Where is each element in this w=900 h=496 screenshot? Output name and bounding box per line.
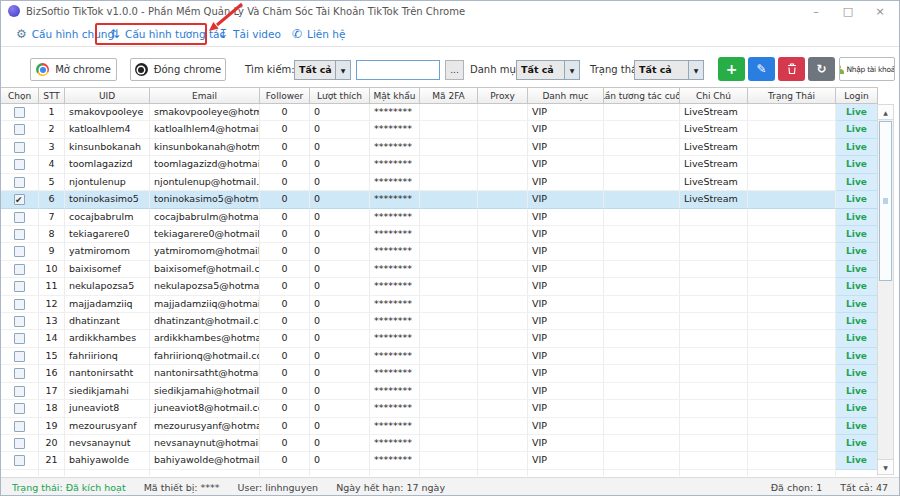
table-row[interactable]: 5njontulenupnjontulenup@hotmail.c...00**…: [1, 174, 878, 191]
table-row[interactable]: 19mezourusyanfmezourusyanf@hotmail....00…: [1, 418, 878, 435]
open-chrome-button[interactable]: Mở chrome: [30, 58, 117, 81]
table-row[interactable]: 1smakovpooleyesmakovpooleye@hotma...00**…: [1, 104, 878, 121]
cell-last: [604, 209, 680, 226]
row-checkbox[interactable]: [14, 351, 25, 362]
row-checkbox[interactable]: [14, 438, 25, 449]
cell-status: [748, 226, 836, 243]
minimize-button[interactable]: –: [800, 0, 832, 22]
column-header[interactable]: Mật khẩu: [370, 88, 420, 104]
row-checkbox[interactable]: [14, 281, 25, 292]
cell-login: Live: [836, 243, 878, 260]
cell-login: Live: [836, 418, 878, 435]
status-dropdown[interactable]: Tất cả ▼: [634, 60, 704, 80]
edit-button[interactable]: ✎: [748, 57, 775, 81]
cell-likes: 0: [310, 191, 370, 208]
table-row[interactable]: 21bahiyawoldebahiyawolde@hotmail.c...00*…: [1, 452, 878, 469]
row-checkbox[interactable]: [14, 299, 25, 310]
scroll-down-button[interactable]: ▼: [878, 459, 893, 474]
user-name: User: linhnguyen: [238, 482, 319, 493]
cell-note: [680, 209, 748, 226]
cell-ma2fa: [420, 470, 478, 476]
row-checkbox[interactable]: [14, 212, 25, 223]
column-header[interactable]: Login: [836, 88, 878, 104]
column-header[interactable]: Lần tương tác cuối: [604, 88, 680, 104]
search-input[interactable]: [356, 60, 440, 80]
row-checkbox[interactable]: [14, 124, 25, 135]
search-filter-dropdown[interactable]: Tất cả ▼: [294, 60, 351, 80]
cell-proxy: [478, 104, 528, 121]
row-checkbox[interactable]: [14, 177, 25, 188]
row-checkbox[interactable]: [14, 159, 25, 170]
cell-uid: katloalhlem4: [65, 121, 150, 138]
table-row[interactable]: 12majjadamziiqmajjadamziiq@hotmail....00…: [1, 296, 878, 313]
more-button[interactable]: ...: [445, 60, 464, 80]
row-checkbox[interactable]: [14, 421, 25, 432]
cell-stt: [39, 470, 65, 476]
import-accounts-button[interactable]: Nhập tài khoản: [839, 57, 895, 81]
table-row[interactable]: 15fahriirionqfahriirionq@hotmail.com00**…: [1, 348, 878, 365]
category-dropdown[interactable]: Tất cả ▼: [516, 60, 580, 80]
chevron-down-icon[interactable]: ▼: [564, 61, 579, 79]
row-checkbox[interactable]: [14, 386, 25, 397]
row-checkbox[interactable]: [14, 246, 25, 257]
column-header[interactable]: Chọn: [1, 88, 39, 104]
table-row[interactable]: 6toninokasimo5toninokasimo5@hotmail...00…: [1, 191, 878, 208]
cell-note: [680, 243, 748, 260]
scroll-up-button[interactable]: ▲: [878, 105, 893, 120]
accounts-table: ChọnSTTUIDEmailFollowerLượt thíchMật khẩ…: [0, 87, 895, 476]
table-row[interactable]: 13dhatinzantdhatinzant@hotmail.com00****…: [1, 313, 878, 330]
table-row[interactable]: 10baixisomefbaixisomef@hotmail.com00****…: [1, 261, 878, 278]
column-header[interactable]: UID: [65, 88, 150, 104]
column-header[interactable]: Chi Chú: [680, 88, 748, 104]
table-row[interactable]: 20nevsanaynutnevsanaynut@hotmail.c...00*…: [1, 435, 878, 452]
row-checkbox[interactable]: [14, 194, 25, 205]
close-button[interactable]: ×: [864, 0, 896, 22]
row-checkbox[interactable]: [14, 229, 25, 240]
cell-stt: 19: [39, 418, 65, 435]
vertical-scrollbar[interactable]: ▲ ▼: [877, 104, 894, 475]
column-header[interactable]: Trạng Thái: [748, 88, 836, 104]
row-checkbox[interactable]: [14, 142, 25, 153]
add-account-button[interactable]: +: [718, 57, 745, 81]
table-row[interactable]: 11nekulapozsa5nekulapozsa5@hotmail....00…: [1, 278, 878, 295]
scrollbar-thumb[interactable]: [879, 121, 892, 281]
chevron-down-icon[interactable]: ▼: [335, 61, 350, 79]
cell-stt: 9: [39, 243, 65, 260]
column-header[interactable]: Danh mục: [528, 88, 604, 104]
cell-email: toomlagazizd@hotmail....: [150, 156, 260, 173]
table-row[interactable]: 2katloalhlem4katloalhlem4@hotmail.c...00…: [1, 121, 878, 138]
cell-login: Live: [836, 121, 878, 138]
column-header[interactable]: Email: [150, 88, 260, 104]
column-header[interactable]: Proxy: [478, 88, 528, 104]
column-header[interactable]: Mã 2FA: [420, 88, 478, 104]
cell-ma2fa: [420, 139, 478, 156]
row-checkbox[interactable]: [14, 316, 25, 327]
row-checkbox[interactable]: [14, 368, 25, 379]
close-chrome-button[interactable]: Đóng chrome: [130, 58, 226, 81]
row-checkbox[interactable]: [14, 264, 25, 275]
maximize-button[interactable]: □: [832, 0, 864, 22]
cell-last: [604, 139, 680, 156]
table-row[interactable]: 4toomlagazizdtoomlagazizd@hotmail....00*…: [1, 156, 878, 173]
row-checkbox[interactable]: [14, 107, 25, 118]
table-row[interactable]: 3kinsunbokanahkinsunbokanah@hotmai...00*…: [1, 139, 878, 156]
table-row[interactable]: 9yatmiromomyatmiromom@hotmail.c...00****…: [1, 243, 878, 260]
table-row[interactable]: 18juneaviot8juneaviot8@hotmail.com00****…: [1, 400, 878, 417]
chevron-down-icon[interactable]: ▼: [688, 61, 703, 79]
cell-follower: 0: [260, 452, 310, 469]
table-row[interactable]: 8tekiagarere0tekiagarere0@hotmail.c...00…: [1, 226, 878, 243]
refresh-button[interactable]: ↻: [808, 57, 835, 81]
table-row[interactable]: 7cocajbabrulmcocajbabrulm@hotmail....00*…: [1, 209, 878, 226]
row-checkbox[interactable]: [14, 333, 25, 344]
delete-button[interactable]: [778, 57, 805, 81]
table-row[interactable]: 17siedikjamahisiedikjamahi@hotmail.c...0…: [1, 383, 878, 400]
menu-item-contact[interactable]: ✆ Liên hệ: [292, 24, 345, 44]
table-row[interactable]: 14ardikkhambesardikkhambes@hotmail...00*…: [1, 330, 878, 347]
column-header[interactable]: Follower: [260, 88, 310, 104]
row-checkbox[interactable]: [14, 403, 25, 414]
table-row[interactable]: [1, 470, 878, 476]
row-checkbox[interactable]: [14, 455, 25, 466]
column-header[interactable]: STT: [39, 88, 65, 104]
table-row[interactable]: 16nantonirsathtnantonirsatht@hotmail....…: [1, 365, 878, 382]
column-header[interactable]: Lượt thích: [310, 88, 370, 104]
